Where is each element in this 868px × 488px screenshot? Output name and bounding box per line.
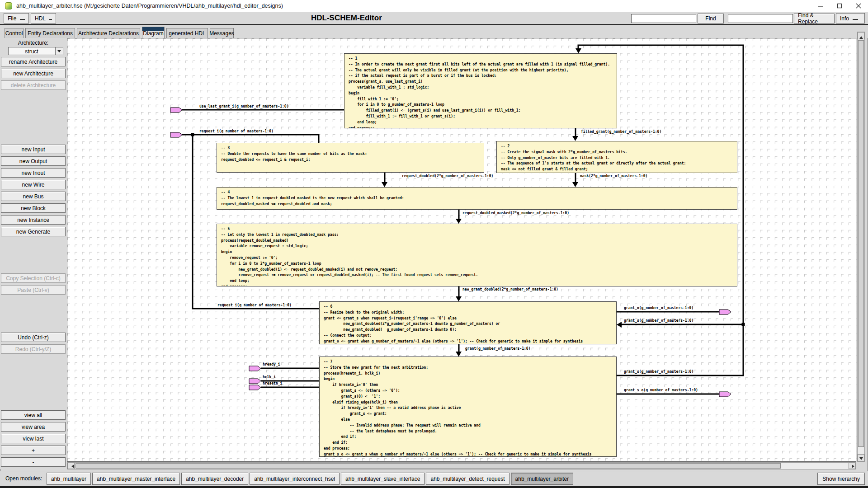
label-hclk-i[interactable]: hclk_i (263, 375, 276, 379)
code-block-4-text: -- 4 -- The lowest 1 in request_doubled_… (217, 188, 737, 207)
scroll-right-button[interactable] (849, 463, 856, 469)
code-block-5[interactable]: -- 5 -- Let only the lowest 1 in request… (217, 224, 737, 286)
hdl-menu-label: HDL (35, 15, 46, 22)
replace-input[interactable] (728, 14, 793, 23)
zoom-in-button[interactable]: + (1, 446, 66, 455)
tab-entity-declarations[interactable]: Entity Declarations (25, 28, 75, 38)
label-hready-i[interactable]: hready_i (263, 362, 280, 366)
module-tab-ahb-multilayer-master-interface[interactable]: ahb_multilayer_master_interface (92, 473, 180, 485)
module-tab-ahb-multilayer[interactable]: ahb_multilayer (47, 473, 91, 485)
rename-architecture-button[interactable]: rename Architecture (1, 57, 66, 66)
notebook-tab-bar: Control Entity Declarations Architecture… (0, 25, 868, 38)
arrow-up-icon (859, 34, 863, 39)
code-block-3[interactable]: -- 3 -- Double the requests to have the … (217, 143, 484, 173)
label-request-doubled[interactable]: request_doubled(2*g_number_of_masters-1:… (402, 174, 493, 178)
wire-junction-dot (191, 133, 194, 136)
code-block-2[interactable]: -- 2 -- Create the signal mask with 2*g_… (496, 141, 737, 173)
label-new-grant-doubled[interactable]: new_grant_doubled(2*g_number_of_masters-… (462, 287, 558, 291)
chevron-down-icon[interactable] (55, 47, 63, 55)
delete-architecture-button: delete Architecture (1, 80, 66, 90)
label-grant-s-out[interactable]: grant_s(g_number_of_masters-1:0) (624, 370, 693, 374)
sidebar: Architecture: struct rename Architecture… (0, 38, 66, 469)
code-block-7[interactable]: -- 7 -- Store the new grant for the next… (319, 357, 617, 457)
module-tab-ahb-multilayer-detect-request[interactable]: ahb_multilayer_detect_request (426, 473, 509, 485)
label-hresetn-i[interactable]: hresetn_i (263, 381, 282, 385)
scroll-down-button[interactable] (858, 454, 864, 461)
hdl-menu[interactable]: HDL (31, 13, 56, 23)
view-last-button[interactable]: view last (1, 434, 66, 443)
info-menu-label: Info (840, 15, 849, 22)
new-instance-button[interactable]: new Instance (1, 215, 66, 225)
label-grant-o[interactable]: grant_o(g_number_of_masters-1:0) (624, 306, 693, 310)
new-generate-button[interactable]: new Generate (1, 227, 66, 236)
label-use-last-grant-i[interactable]: use_last_grant_i(g_number_of_masters-1:0… (199, 104, 288, 108)
module-tab-ahb-multilayer-interconnect-hsel[interactable]: ahb_multilayer_interconnect_hsel (250, 473, 340, 485)
maximize-icon (837, 3, 842, 9)
module-tab-ahb-multilayer-slave-interface[interactable]: ahb_multilayer_slave_interface (341, 473, 425, 485)
show-hierarchy-button[interactable]: Show hierarchy (817, 473, 865, 485)
open-modules-bar: Open modules: ahb_multilayer ahb_multila… (0, 471, 868, 486)
find-replace-button[interactable]: Find & Replace (794, 14, 835, 23)
label-grant-s-o[interactable]: grant_s_o(g_number_of_masters-1:0) (624, 388, 698, 392)
architecture-label: Architecture: (0, 40, 66, 46)
label-grant[interactable]: grant(g_number_of_masters-1:0) (465, 347, 531, 351)
info-menu[interactable]: Info (836, 13, 865, 23)
new-architecture-button[interactable]: new Architecture (1, 69, 66, 78)
arrow-left-icon (70, 465, 74, 468)
label-request-i[interactable]: request_i(g_number_of_masters-1:0) (199, 129, 274, 133)
code-block-3-text: -- 3 -- Double the requests to have the … (217, 143, 484, 163)
new-bus-button[interactable]: new Bus (1, 192, 66, 201)
new-input-button[interactable]: new Input (1, 145, 66, 154)
app-title: HDL-SCHEM-Editor (311, 14, 382, 23)
find-button[interactable]: Find (698, 14, 724, 23)
code-block-1-text: -- 1 -- In order to create the next gran… (344, 54, 617, 128)
scroll-up-button[interactable] (858, 32, 864, 39)
arrow-right-icon (852, 465, 856, 468)
module-tab-ahb-multilayer-decoder[interactable]: ahb_multilayer_decoder (181, 473, 248, 485)
horizontal-scroll-thumb[interactable] (75, 463, 781, 469)
maximize-button[interactable] (830, 0, 849, 12)
vertical-scrollbar[interactable] (857, 32, 865, 462)
code-block-2-text: -- 2 -- Create the signal mask with 2*g_… (497, 141, 737, 173)
minimize-icon (818, 3, 823, 9)
code-block-4[interactable]: -- 4 -- The lowest 1 in request_doubled_… (217, 187, 737, 210)
new-output-button[interactable]: new Output (1, 156, 66, 166)
label-request-i-block6[interactable]: request_i(g_number_of_masters-1:0) (217, 303, 292, 307)
label-request-doubled-masked[interactable]: request_doubled_masked(2*g_number_of_mas… (462, 211, 569, 215)
close-icon (856, 3, 861, 9)
schematic-canvas[interactable]: -- 1 -- In order to create the next gran… (67, 38, 856, 462)
label-filled-grant[interactable]: filled_grant(g_number_of_masters-1:0) (581, 130, 661, 134)
new-block-button[interactable]: new Block (1, 203, 66, 213)
code-block-7-text: -- 7 -- Store the new grant for the next… (320, 357, 616, 457)
horizontal-scrollbar[interactable] (67, 462, 856, 469)
code-block-1[interactable]: -- 1 -- In order to create the next gran… (344, 53, 617, 128)
scroll-left-button[interactable] (67, 463, 75, 469)
tab-messages[interactable]: Messages (210, 28, 234, 38)
label-mask[interactable]: mask(2*g_number_of_masters-1:0) (580, 174, 647, 178)
label-grant-s-feedback[interactable]: grant_s(g_number_of_masters-1:0) (624, 319, 693, 323)
tearoff-dash-icon (853, 17, 858, 20)
tab-architecture-declarations[interactable]: Architecture Declarations (77, 28, 140, 38)
menu-bar: File HDL HDL-SCHEM-Editor Find Find & Re… (0, 12, 868, 25)
new-inout-button[interactable]: new Inout (1, 168, 66, 178)
architecture-select[interactable]: struct (8, 47, 63, 55)
undo-button[interactable]: Undo (Ctrl-z) (1, 333, 66, 342)
tab-diagram[interactable]: Diagram (142, 27, 165, 38)
new-wire-button[interactable]: new Wire (1, 180, 66, 189)
view-area-button[interactable]: view area (1, 422, 66, 432)
zoom-out-button[interactable]: - (1, 457, 66, 467)
find-input[interactable] (631, 14, 696, 23)
code-block-6[interactable]: -- 6 -- Resize back to the original widt… (319, 301, 617, 344)
file-menu[interactable]: File (4, 13, 29, 23)
tab-generated-hdl[interactable]: generated HDL (166, 28, 208, 38)
close-button[interactable] (849, 0, 868, 12)
view-all-button[interactable]: view all (1, 410, 66, 420)
module-tab-ahb-multilayer-arbiter[interactable]: ahb_multilayer_arbiter (511, 473, 574, 485)
arrow-down-icon (859, 457, 863, 462)
tab-control[interactable]: Control (5, 28, 24, 38)
minimize-button[interactable] (811, 0, 830, 12)
code-block-6-text: -- 6 -- Resize back to the original widt… (320, 302, 616, 344)
redo-button: Redo (Ctrl-y/Z) (1, 344, 66, 354)
vertical-scroll-thumb[interactable] (858, 40, 864, 447)
file-menu-label: File (8, 15, 16, 22)
